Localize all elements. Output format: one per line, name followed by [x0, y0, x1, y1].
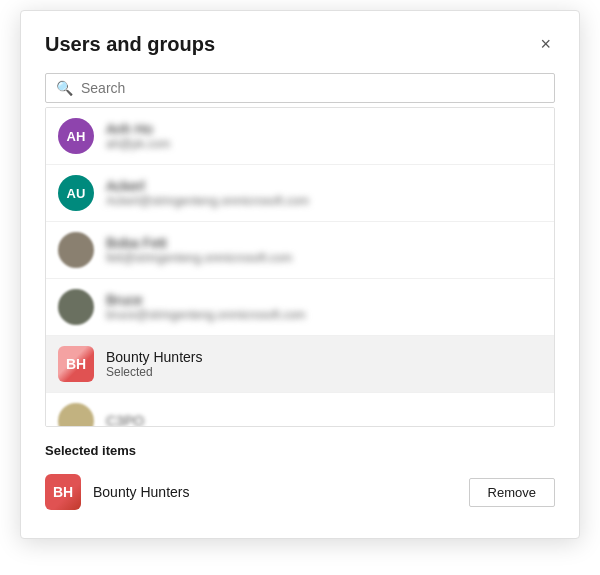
search-container: 🔍	[45, 73, 555, 103]
dialog-header: Users and groups ×	[45, 31, 555, 57]
search-icon: 🔍	[56, 80, 73, 96]
item-email: ah@pk.com	[106, 137, 170, 151]
item-name: Bounty Hunters	[106, 349, 203, 365]
avatar-group: BH	[58, 346, 94, 382]
users-list[interactable]: AH Anh Ho ah@pk.com AU Ackerl Ackerl@str…	[45, 107, 555, 427]
list-item-partial[interactable]: C3PO	[46, 393, 554, 427]
selected-items-label: Selected items	[45, 443, 555, 458]
selected-item-name: Bounty Hunters	[93, 484, 469, 500]
avatar: AH	[58, 118, 94, 154]
item-name: Anh Ho	[106, 121, 170, 137]
item-info: Anh Ho ah@pk.com	[106, 121, 170, 151]
list-item[interactable]: AH Anh Ho ah@pk.com	[46, 108, 554, 165]
avatar-partial	[58, 403, 94, 427]
list-item[interactable]: Boba Fett fett@stringenteng.onmicrosoft.…	[46, 222, 554, 279]
item-email: bruce@stringenteng.onmicrosoft.com	[106, 308, 306, 322]
search-input[interactable]	[81, 80, 544, 96]
dialog-title: Users and groups	[45, 33, 215, 56]
item-email: Ackerl@stringenteng.onmicrosoft.com	[106, 194, 309, 208]
selected-section: Selected items BH Bounty Hunters Remove	[45, 443, 555, 518]
close-button[interactable]: ×	[536, 31, 555, 57]
item-email: fett@stringenteng.onmicrosoft.com	[106, 251, 292, 265]
list-item-bounty-hunters[interactable]: BH Bounty Hunters Selected	[46, 336, 554, 393]
item-name: Boba Fett	[106, 235, 292, 251]
remove-button[interactable]: Remove	[469, 478, 555, 507]
avatar: AU	[58, 175, 94, 211]
list-item[interactable]: Bruce bruce@stringenteng.onmicrosoft.com	[46, 279, 554, 336]
item-info: Bruce bruce@stringenteng.onmicrosoft.com	[106, 292, 306, 322]
item-info: Ackerl Ackerl@stringenteng.onmicrosoft.c…	[106, 178, 309, 208]
item-name-partial: C3PO	[106, 413, 144, 427]
selected-avatar: BH	[45, 474, 81, 510]
users-groups-dialog: Users and groups × 🔍 AH Anh Ho ah@pk.com…	[20, 10, 580, 539]
avatar-photo	[58, 289, 94, 325]
selected-item-row: BH Bounty Hunters Remove	[45, 466, 555, 518]
item-name: Bruce	[106, 292, 306, 308]
item-selected-label: Selected	[106, 365, 203, 379]
item-name: Ackerl	[106, 178, 309, 194]
item-info: Bounty Hunters Selected	[106, 349, 203, 379]
item-info: Boba Fett fett@stringenteng.onmicrosoft.…	[106, 235, 292, 265]
list-item[interactable]: AU Ackerl Ackerl@stringenteng.onmicrosof…	[46, 165, 554, 222]
avatar-photo	[58, 232, 94, 268]
